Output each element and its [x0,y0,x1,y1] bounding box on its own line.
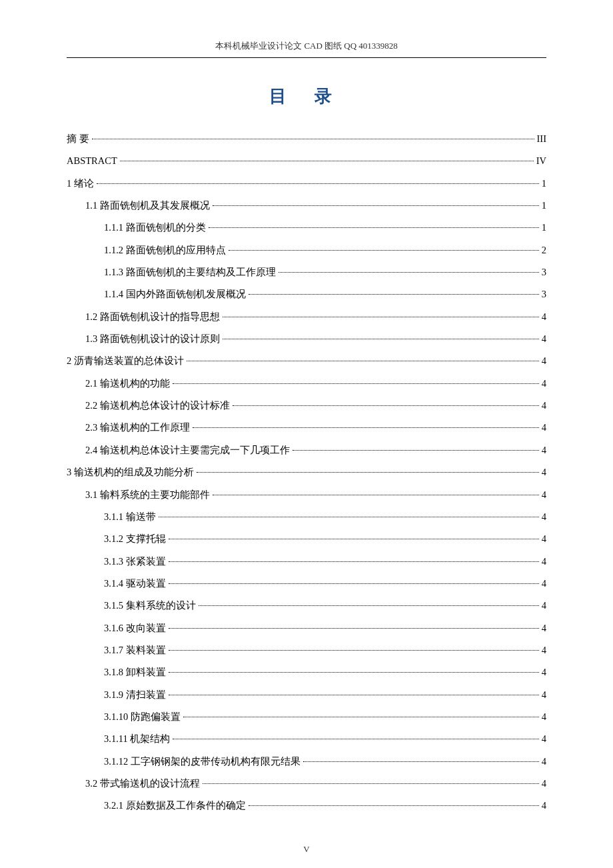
toc-entry-label: 1.2 路面铣刨机设计的指导思想 [85,306,220,328]
page-header: 本科机械毕业设计论文 CAD 图纸 QQ 401339828 [67,40,546,58]
toc-entry-page: 4 [542,728,546,750]
toc-entry-label: 3.1.4 驱动装置 [104,573,166,595]
toc-entry-label: 3.1.5 集料系统的设计 [104,595,196,617]
toc-entry: 3.1.1 输送带4 [67,506,546,528]
toc-entry-label: 2.4 输送机构总体设计主要需完成一下几项工作 [85,439,290,461]
toc-dots [223,317,539,317]
toc-entry-label: 2.1 输送机构的功能 [85,373,170,395]
toc-entry-label: 1.3 路面铣刨机设计的设计原则 [85,328,220,350]
toc-entry-page: 4 [542,773,546,795]
toc-entry: 1.1.2 路面铣刨机的应用特点2 [67,239,546,261]
toc-entry-page: 4 [542,484,546,506]
toc-entry-label: 3.1.3 张紧装置 [104,551,166,573]
toc-dots [199,605,539,606]
toc-entry-page: 4 [542,373,546,395]
toc-entry-page: 4 [542,395,546,417]
toc-entry-label: 摘 要 [67,128,89,150]
toc-entry-label: 2 沥青输送装置的总体设计 [67,350,184,372]
toc-entry: 3.1.5 集料系统的设计4 [67,595,546,617]
toc-entry-label: 3.1.1 输送带 [104,506,156,528]
toc-entry-label: 1 绪论 [67,173,94,195]
toc-entry: 1.1.1 路面铣刨机的分类1 [67,217,546,239]
toc-dots [209,227,539,228]
toc-dots [173,383,539,384]
toc-entry-page: 4 [542,684,546,706]
toc-entry: 3.2 带式输送机的设计流程4 [67,773,546,795]
toc-dots [173,739,538,739]
page-number: V [67,844,546,855]
toc-entry-page: 4 [542,551,546,573]
toc-entry-page: 1 [542,217,546,239]
toc-dots [213,495,539,495]
toc-entry: 摘 要III [67,128,546,150]
toc-dots [183,717,539,717]
toc-entry-page: 4 [542,795,546,817]
toc-title: 目 录 [67,85,546,108]
toc-dots [193,427,539,428]
toc-dots [293,450,539,451]
toc-entry-label: 3.1 输料系统的主要功能部件 [85,484,210,506]
toc-entry-label: 3 输送机构的组成及功能分析 [67,461,194,483]
document-page: 本科机械毕业设计论文 CAD 图纸 QQ 401339828 目 录 摘 要II… [0,0,613,868]
toc-entry-page: 4 [542,528,546,550]
toc-entry-page: IV [536,150,546,172]
toc-dots [279,272,539,273]
toc-entry: 3.1.12 工字钢钢架的皮带传动机构有限元结果4 [67,751,546,773]
toc-entry: 3.2.1 原始数据及工作条件的确定4 [67,795,546,817]
toc-entry-label: 1.1 路面铣刨机及其发展概况 [85,195,210,217]
toc-dots [97,183,539,184]
toc-entry-label: 1.1.1 路面铣刨机的分类 [104,217,206,239]
toc-entry: ABSTRACTIV [67,150,546,172]
toc-entry-page: 4 [542,639,546,661]
toc-entry-page: 1 [542,173,546,195]
toc-dots [249,805,539,806]
toc-dots [187,361,539,361]
toc-dots [169,583,539,584]
toc-entry-page: 4 [542,439,546,461]
toc-dots [169,628,539,629]
toc-entry: 2.2 输送机构总体设计的设计标准4 [67,395,546,417]
toc-dots [159,517,539,517]
toc-entry-label: 1.1.4 国内外路面铣刨机发展概况 [104,283,246,305]
toc-entry-label: 3.1.9 清扫装置 [104,684,166,706]
toc-entry: 3.1.2 支撑托辊4 [67,528,546,550]
toc-list: 摘 要IIIABSTRACTIV1 绪论11.1 路面铣刨机及其发展概况11.1… [67,128,546,817]
toc-entry-page: 4 [542,573,546,595]
toc-entry-page: 3 [542,261,546,283]
toc-entry: 3.1.7 装料装置4 [67,639,546,661]
toc-entry-label: 1.1.3 路面铣刨机的主要结构及工作原理 [104,261,276,283]
toc-dots [233,405,539,406]
toc-dots [169,561,539,562]
toc-entry-label: 2.2 输送机构总体设计的设计标准 [85,395,230,417]
toc-entry-page: 4 [542,417,546,439]
toc-dots [92,139,534,139]
toc-entry: 3.1.10 防跑偏装置4 [67,706,546,728]
toc-entry-page: 2 [542,239,546,261]
toc-entry: 1.1.4 国内外路面铣刨机发展概况3 [67,283,546,305]
toc-entry: 3.1.3 张紧装置4 [67,551,546,573]
toc-dots [169,672,539,673]
toc-entry-label: 3.1.8 卸料装置 [104,661,166,683]
toc-entry: 3.1.6 改向装置4 [67,617,546,639]
toc-entry-page: 4 [542,350,546,372]
toc-dots [303,761,539,762]
toc-entry-label: 3.1.11 机架结构 [104,728,170,750]
toc-entry-page: 3 [542,283,546,305]
toc-entry-page: 4 [542,506,546,528]
toc-entry: 2.3 输送机构的工作原理4 [67,417,546,439]
toc-dots [169,650,539,651]
toc-dots [120,161,534,161]
toc-entry: 2 沥青输送装置的总体设计4 [67,350,546,372]
toc-entry: 3.1 输料系统的主要功能部件4 [67,484,546,506]
toc-entry-label: 3.1.12 工字钢钢架的皮带传动机构有限元结果 [104,751,301,773]
toc-entry: 3 输送机构的组成及功能分析4 [67,461,546,483]
toc-dots [249,294,539,295]
toc-entry: 1.2 路面铣刨机设计的指导思想4 [67,306,546,328]
toc-entry-page: 4 [542,595,546,617]
toc-entry: 1 绪论1 [67,173,546,195]
toc-entry-page: 4 [542,328,546,350]
toc-entry: 3.1.4 驱动装置4 [67,573,546,595]
toc-entry: 3.1.9 清扫装置4 [67,684,546,706]
toc-entry: 3.1.8 卸料装置4 [67,661,546,683]
toc-entry-page: 1 [542,195,546,217]
